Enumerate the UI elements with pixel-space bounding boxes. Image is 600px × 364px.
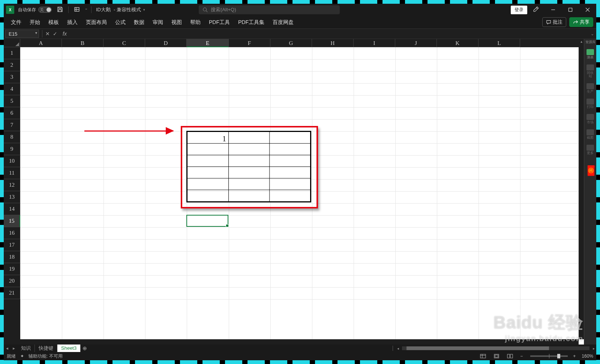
page-layout-view-icon[interactable] [492,353,501,359]
sheet-tab-知识[interactable]: 知识 [17,345,35,352]
cell-F12[interactable] [229,178,270,190]
col-header-H[interactable]: H [312,39,354,47]
col-header-D[interactable]: D [145,39,187,47]
chevron-down-icon[interactable]: ▾ [143,8,145,12]
row-header-3[interactable]: 3 [4,71,20,83]
ribbon-tab-帮助[interactable]: 帮助 [186,16,205,28]
worksheet[interactable]: ABCDEFGHIJKL 123456789101112131415161718… [4,39,584,345]
autosave-toggle[interactable]: 自动保存 关 [18,7,52,13]
cell-G11[interactable] [270,167,310,178]
comments-button[interactable]: 批注 [542,17,566,27]
row-header-1[interactable]: 1 [4,47,20,59]
row-header-7[interactable]: 7 [4,119,20,131]
row-header-11[interactable]: 11 [4,167,20,179]
cell-G8[interactable] [270,132,310,144]
col-header-E[interactable]: E [187,39,229,47]
row-header-12[interactable]: 12 [4,179,20,191]
col-header-L[interactable]: L [478,39,520,47]
row-header-21[interactable]: 21 [4,287,20,299]
bordered-table[interactable]: 1 [186,131,311,202]
save-icon[interactable] [57,6,63,13]
add-sheet-button[interactable]: ⊕ [81,345,89,351]
cell-F11[interactable] [229,167,270,178]
ribbon-tab-数据[interactable]: 数据 [130,16,148,28]
ribbon-tab-审阅[interactable]: 审阅 [148,16,167,28]
row-header-4[interactable]: 4 [4,83,20,95]
cancel-icon[interactable]: ✕ [45,31,50,37]
sheet-nav-prev-icon[interactable]: ◂ [4,346,10,351]
cell-F10[interactable] [229,155,270,167]
zoom-value[interactable]: 160% [582,354,593,359]
side-panel-item-5[interactable]: 截图 [585,129,595,139]
side-panel-item-4[interactable]: 市场 [585,114,595,124]
cell-E13[interactable] [188,190,229,202]
cell-F9[interactable] [229,144,270,155]
scroll-right-icon[interactable]: ▸ [591,346,596,351]
zoom-slider[interactable] [530,355,568,357]
minimize-button[interactable] [544,4,562,16]
cell-E8[interactable]: 1 [188,132,229,144]
col-header-C[interactable]: C [104,39,145,47]
chevron-down-icon[interactable]: ▾ [35,31,37,35]
ribbon-tab-开始[interactable]: 开始 [26,16,44,28]
share-button[interactable]: 共享 [569,17,593,27]
horizontal-scrollbar[interactable]: ◂ ▸ [89,346,596,351]
normal-view-icon[interactable] [478,353,488,359]
side-panel-item-1[interactable]: 回收站 [585,64,595,78]
row-header-5[interactable]: 5 [4,95,20,107]
row-header-9[interactable]: 9 [4,143,20,155]
formula-input[interactable] [67,30,596,38]
ribbon-tab-页面布局[interactable]: 页面布局 [82,16,111,28]
ribbon-tab-PDF工具集[interactable]: PDF工具集 [234,16,268,28]
col-header-K[interactable]: K [437,39,478,47]
side-panel-item-0[interactable]: 测表 [585,49,595,59]
side-panel-item-2[interactable]: 生产 [585,83,595,93]
row-header-2[interactable]: 2 [4,59,20,71]
row-header-16[interactable]: 16 [4,227,20,239]
col-header-G[interactable]: G [270,39,312,47]
scroll-up-icon[interactable]: ▴ [579,39,584,44]
col-header-J[interactable]: J [395,39,437,47]
row-header-15[interactable]: 15 [4,215,20,227]
accessibility-icon[interactable]: ✦ [20,354,24,359]
ribbon-tab-百度网盘[interactable]: 百度网盘 [268,16,298,28]
sheet-tab-快捷键[interactable]: 快捷键 [35,345,57,352]
sheet-tab-Sheet3[interactable]: Sheet3 [57,345,81,352]
export-icon[interactable] [74,6,80,13]
scroll-track[interactable] [402,346,590,350]
col-header-B[interactable]: B [62,39,104,47]
side-panel-item-6[interactable]: 更多 [585,145,595,155]
eyedropper-icon[interactable] [532,6,539,14]
ribbon-tab-模板[interactable]: 模板 [44,16,63,28]
cell-F13[interactable] [229,190,270,202]
sheet-nav-next-icon[interactable]: ▸ [10,346,17,351]
zoom-in-button[interactable]: + [573,354,576,359]
row-header-8[interactable]: 8 [4,131,20,143]
login-button[interactable]: 登录 [511,6,527,14]
maximize-button[interactable] [562,4,579,16]
row-header-10[interactable]: 10 [4,155,20,167]
ribbon-tab-插入[interactable]: 插入 [63,16,82,28]
row-header-19[interactable]: 19 [4,263,20,275]
cell-E11[interactable] [188,167,229,178]
side-panel-item-3[interactable]: 打印 [585,99,595,109]
cell-F8[interactable] [229,132,270,144]
expand-formula-icon[interactable]: ⌄ [591,31,594,36]
row-header-20[interactable]: 20 [4,275,20,287]
name-box[interactable]: E15 ▾ [5,30,39,38]
row-header-13[interactable]: 13 [4,191,20,203]
ribbon-tab-公式[interactable]: 公式 [111,16,130,28]
cell-G9[interactable] [270,144,310,155]
cell-E9[interactable] [188,144,229,155]
col-header-A[interactable]: A [20,39,62,47]
ribbon-tab-视图[interactable]: 视图 [167,16,186,28]
cells-area[interactable]: 1 [20,47,579,339]
select-all-corner[interactable] [4,39,20,47]
page-break-view-icon[interactable] [505,353,515,359]
confirm-icon[interactable]: ✓ [53,31,57,37]
cell-G12[interactable] [270,178,310,190]
scroll-thumb[interactable] [406,346,549,350]
cell-G13[interactable] [270,190,310,202]
cell-E10[interactable] [188,155,229,167]
row-header-17[interactable]: 17 [4,239,20,251]
